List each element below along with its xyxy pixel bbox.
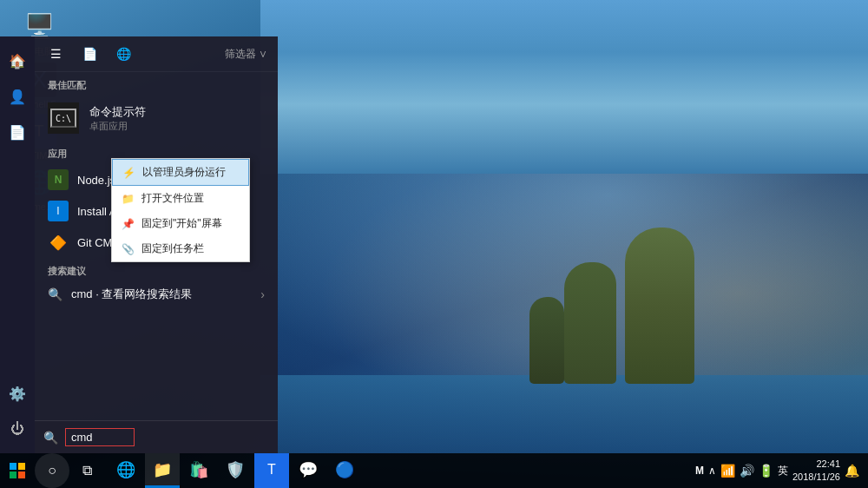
best-match-subtitle: 卓面应用 [89, 120, 265, 133]
globe-icon[interactable]: 🌐 [113, 43, 134, 64]
rock1 [625, 228, 694, 384]
hamburger-icon[interactable]: ☰ [45, 43, 66, 64]
pin-taskbar-label: 固定到任务栏 [141, 241, 204, 256]
cmd-icon: C:\ [48, 102, 79, 134]
sidebar-docs-icon[interactable]: 📄 [2, 116, 33, 148]
sky [260, 0, 868, 174]
document-icon[interactable]: 📄 [79, 43, 100, 64]
taskbar-explorer[interactable]: 📁 [145, 453, 180, 488]
taskbar: ○ ⧉ 🌐 📁 🛍️ 🛡️ T 💬 🔵 M ∧ 📶 🔊 🔋 英 22:41 20… [0, 453, 868, 488]
taskbar-date-value: 2018/11/26 [792, 471, 840, 484]
task-view-icon: ⧉ [82, 463, 92, 478]
taskbar-time-value: 22:41 [792, 458, 840, 471]
context-open-location[interactable]: 📁 打开文件位置 [112, 186, 249, 211]
pin-taskbar-icon: 📎 [121, 243, 135, 255]
taskbar-battery-icon[interactable]: 🔋 [759, 464, 773, 478]
install-icon: I [48, 201, 69, 221]
taskbar-tim[interactable]: T [254, 453, 289, 488]
filter-button[interactable]: 筛选器 ∨ [225, 47, 267, 62]
taskbar-network-icon[interactable]: 📶 [720, 464, 735, 478]
taskbar-arrow-up[interactable]: ∧ [708, 465, 716, 477]
open-location-icon: 📁 [121, 193, 135, 205]
taskbar-language-label[interactable]: 英 [778, 464, 788, 478]
pin-start-icon: 📌 [121, 218, 135, 230]
run-as-admin-label: 以管理员身份运行 [142, 165, 226, 180]
start-button[interactable] [0, 453, 35, 488]
taskbar-store[interactable]: 🛍️ [181, 453, 216, 488]
taskbar-tray: M ∧ 📶 🔊 🔋 英 22:41 2018/11/26 🔔 [695, 458, 868, 485]
context-pin-taskbar[interactable]: 📎 固定到任务栏 [112, 236, 249, 261]
nodejs-icon: N [48, 169, 69, 190]
sidebar-power-icon[interactable]: ⏻ [2, 413, 33, 445]
pin-start-label: 固定到"开始"屏幕 [141, 216, 222, 231]
search-circle-icon: ○ [48, 463, 56, 478]
taskbar-clock[interactable]: 22:41 2018/11/26 [792, 458, 840, 485]
start-menu-header: ☰ 📄 🌐 筛选器 ∨ [35, 36, 278, 72]
sidebar-home-icon[interactable]: 🏠 [2, 45, 33, 76]
search-arrow-icon: › [260, 287, 265, 301]
taskbar-notification[interactable]: 🔔 [845, 463, 859, 478]
taskbar-extra[interactable]: 🔵 [327, 453, 362, 488]
search-suggestion-text: cmd · 查看网络搜索结果 [71, 287, 252, 302]
taskbar-search-button[interactable]: ○ [35, 453, 69, 488]
best-match-item[interactable]: C:\ 命令提示符 卓面应用 [35, 96, 278, 141]
taskbar-wechat[interactable]: 💬 [291, 453, 326, 488]
windows-logo [10, 463, 25, 478]
search-box-container: 🔍 [35, 420, 278, 453]
taskbar-edge[interactable]: 🌐 [108, 453, 143, 488]
best-match-label: 最佳匹配 [35, 72, 278, 96]
taskbar-volume-icon[interactable]: 🔊 [740, 464, 754, 478]
open-location-label: 打开文件位置 [141, 191, 204, 206]
sidebar-settings-icon[interactable]: ⚙️ [2, 378, 33, 409]
taskbar-m-label[interactable]: M [695, 465, 704, 477]
run-as-admin-icon: ⚡ [122, 167, 135, 179]
sidebar-profile-icon[interactable]: 👤 [2, 81, 33, 112]
context-run-as-admin[interactable]: ⚡ 以管理员身份运行 [112, 159, 249, 186]
taskbar-pinned-items: 🌐 📁 🛍️ 🛡️ T 💬 🔵 [104, 453, 695, 488]
context-menu: ⚡ 以管理员身份运行 📁 打开文件位置 📌 固定到"开始"屏幕 📎 固定到任务栏 [111, 158, 250, 262]
rock3 [529, 297, 564, 384]
search-box-icon: 🔍 [43, 431, 58, 445]
search-small-icon: 🔍 [48, 287, 62, 301]
search-suggestion-item[interactable]: 🔍 cmd · 查看网络搜索结果 › [35, 281, 278, 307]
context-pin-start[interactable]: 📌 固定到"开始"屏幕 [112, 211, 249, 236]
task-view-button[interactable]: ⧉ [69, 453, 104, 488]
gitcmd-icon: 🔶 [48, 232, 69, 253]
best-match-text: 命令提示符 卓面应用 [89, 104, 265, 133]
search-input[interactable] [65, 428, 135, 446]
rock2 [564, 262, 616, 384]
best-match-title: 命令提示符 [89, 104, 265, 120]
start-sidebar: 🏠 👤 📄 ⚙️ ⏻ [0, 36, 35, 453]
notification-icon: 🔔 [845, 464, 859, 478]
taskbar-security[interactable]: 🛡️ [218, 453, 253, 488]
